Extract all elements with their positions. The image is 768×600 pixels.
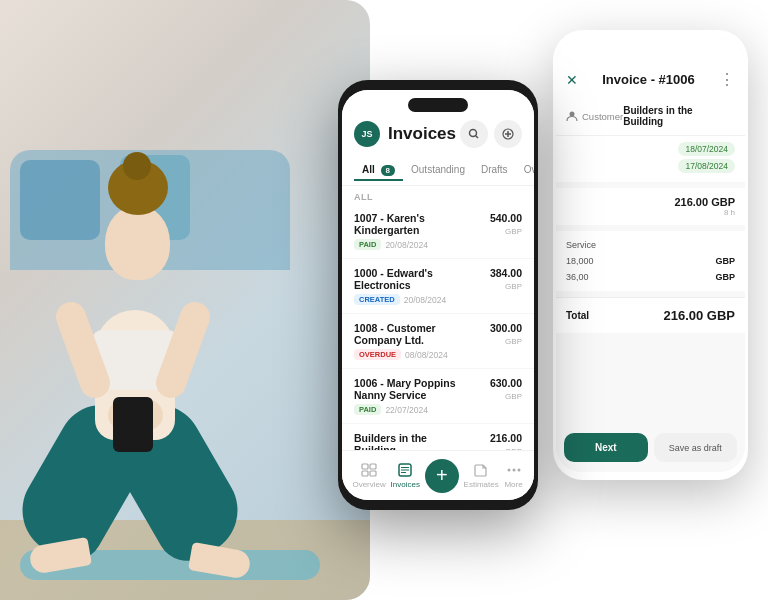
invoice-amount: 540.00 GBP [476,212,522,236]
phone-secondary: ✕ Invoice - #1006 ⋮ Customer Builders in… [553,30,748,480]
search-icon [468,128,480,140]
estimates-label: Estimates [464,480,499,489]
svg-rect-6 [362,464,368,469]
estimates-icon [471,462,491,478]
invoices-icon [395,462,415,478]
detail-dates: 18/07/2024 17/08/2024 [556,136,745,182]
svg-point-14 [507,469,510,472]
invoice-item[interactable]: 1006 - Mary Poppins Nanny Service PAID 2… [342,369,534,424]
search-button[interactable] [460,120,488,148]
invoice-meta: PAID 22/07/2024 [354,404,484,415]
more-label: More [504,480,522,489]
invoice-badge: PAID [354,404,381,415]
invoice-date: 08/08/2024 [405,350,448,360]
hair-bun [123,152,151,180]
invoice-info: 1007 - Karen's Kindergarten PAID 20/08/2… [354,212,476,250]
tab-outstanding[interactable]: Outstanding [403,160,473,181]
invoice-amount: 630.00 GBP [484,377,522,401]
line-item-1: 18,000 GBP [566,253,735,269]
section-label: ALL [342,186,534,204]
svg-point-16 [517,469,520,472]
overview-label: Overview [352,480,385,489]
invoice-item[interactable]: 1007 - Karen's Kindergarten PAID 20/08/2… [342,204,534,259]
invoice-badge: PAID [354,239,381,250]
phone-secondary-screen: ✕ Invoice - #1006 ⋮ Customer Builders in… [556,38,745,472]
nav-overview[interactable]: Overview [352,462,385,489]
add-icon [502,128,514,140]
woman-figure [20,60,340,600]
invoice-info: 1000 - Edward's Electronics CREATED 20/0… [354,267,476,305]
person-icon [566,110,578,122]
action-buttons: Next Save as draft [564,433,737,462]
invoice-name: 1000 - Edward's Electronics [354,267,476,291]
invoice-date: 20/08/2024 [385,240,428,250]
invoice-date: 22/07/2024 [385,405,428,415]
customer-name: Builders in the Building [623,105,735,127]
customer-row: Customer Builders in the Building [556,97,745,136]
invoice-meta: PAID 20/08/2024 [354,239,476,250]
add-button[interactable]: + [425,459,459,493]
amount-currency: GBP [505,337,522,346]
app-title-row: JS Invoices [354,121,456,147]
svg-rect-7 [370,464,376,469]
svg-line-2 [476,136,479,139]
more-icon [504,462,524,478]
amount-value: 630.00 [490,377,522,389]
nav-estimates[interactable]: Estimates [464,462,499,489]
invoice-amount: 384.00 GBP [476,267,522,291]
tab-all[interactable]: All 8 [354,160,403,181]
invoice-name: 1006 - Mary Poppins Nanny Service [354,377,484,401]
amount-value: 384.00 [490,267,522,279]
amount-value: 540.00 [490,212,522,224]
invoice-date: 20/08/2024 [404,295,447,305]
invoice-item[interactable]: 1008 - Customer Company Ltd. OVERDUE 08/… [342,314,534,369]
invoice-name: 1008 - Customer Company Ltd. [354,322,480,346]
nav-invoices[interactable]: Invoices [391,462,420,489]
invoice-meta: OVERDUE 08/08/2024 [354,349,480,360]
header-icons [460,120,522,148]
amount-currency: GBP [505,392,522,401]
filter-tabs: All 8 Outstanding Drafts Overdue Paid [342,156,534,186]
detail-title: Invoice - #1006 [602,72,695,87]
held-phone [113,397,153,452]
svg-point-1 [470,130,477,137]
issue-date-badge: 18/07/2024 [678,142,735,156]
svg-rect-9 [370,471,376,476]
amount-value: 216.00 [490,432,522,444]
more-button[interactable]: ⋮ [719,70,735,89]
tab-overdue[interactable]: Overdue [516,160,534,181]
invoice-amount: 300.00 GBP [480,322,522,346]
total-value: 216.00 GBP [663,308,735,323]
amount-currency: GBP [505,282,522,291]
phones-container: ✕ Invoice - #1006 ⋮ Customer Builders in… [318,20,748,590]
invoice-info: 1006 - Mary Poppins Nanny Service PAID 2… [354,377,484,415]
svg-point-15 [512,469,515,472]
amount-currency: GBP [505,227,522,236]
close-button[interactable]: ✕ [566,72,578,88]
svg-rect-8 [362,471,368,476]
invoice-item[interactable]: 1000 - Edward's Electronics CREATED 20/0… [342,259,534,314]
app-title: Invoices [388,124,456,144]
amount-sub: 8 h [566,208,735,217]
save-draft-button[interactable]: Save as draft [654,433,738,462]
svg-point-0 [570,112,575,117]
phone-main-screen: JS Invoices [342,90,534,500]
amount-section: 216.00 GBP 8 h [556,188,745,225]
invoice-list[interactable]: 1007 - Karen's Kindergarten PAID 20/08/2… [342,204,534,484]
tab-drafts[interactable]: Drafts [473,160,516,181]
amount-value: 300.00 [490,322,522,334]
dynamic-island [408,98,468,112]
due-date-badge: 17/08/2024 [678,159,735,173]
overview-icon [359,462,379,478]
detail-header: ✕ Invoice - #1006 ⋮ [556,38,745,97]
total-row: Total 216.00 GBP [556,297,745,333]
line-items-section: Service 18,000 GBP 36,00 GBP [556,231,745,291]
line-item-service: Service [566,237,735,253]
line-item-2: 36,00 GBP [566,269,735,285]
add-invoice-button[interactable] [494,120,522,148]
bottom-nav: Overview Invoices + [342,450,534,500]
nav-more[interactable]: More [504,462,524,489]
customer-label: Customer [566,110,623,122]
invoice-meta: CREATED 20/08/2024 [354,294,476,305]
next-button[interactable]: Next [564,433,648,462]
